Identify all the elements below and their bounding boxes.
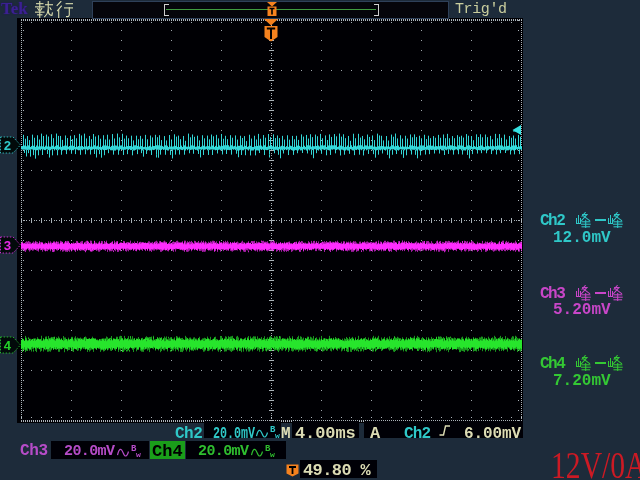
cjk-glyph (576, 285, 591, 301)
overlay-annotation: 12V/0A (551, 443, 640, 480)
trigger-position-icon (286, 464, 299, 477)
measurement-channel: Ch2 (540, 212, 564, 230)
run-status-label (35, 1, 75, 19)
ch4-readout-label: Ch4 (152, 442, 183, 461)
ch3-scale-value: 20.0mV (64, 443, 114, 460)
cjk-glyph (35, 1, 53, 18)
ch4-selected-label[interactable]: Ch4 (150, 441, 185, 459)
bandwidth-limit-icon-sub: w (275, 432, 280, 440)
coupling-icons-group: Bw (251, 447, 277, 459)
measurement-value: 7.20mV (553, 372, 611, 390)
coupling-icons-group: Bw (256, 428, 282, 440)
measurement-type-cjk (576, 212, 593, 228)
oscilloscope-screen: Tek Trig'd Ch212.0mVCh35.20mVCh47.20mV C… (0, 0, 640, 480)
cjk-glyph (576, 212, 591, 228)
bandwidth-limit-icon-sub: w (270, 451, 275, 459)
cjk-glyph (55, 1, 73, 18)
ch4-coupling-icons: Bw (251, 446, 277, 464)
measurement-type-dash (595, 292, 606, 294)
measurement-channel: Ch4 (540, 355, 564, 373)
ac-coupling-icon (251, 447, 263, 459)
trigger-type-label: A (370, 424, 380, 443)
measurement-type-cjk (608, 355, 625, 371)
trigger-status-label: Trig'd (455, 1, 507, 18)
trigger-source-label: Ch2 (404, 425, 430, 443)
measurement-type-cjk (576, 285, 593, 301)
trigger-position-value: 49.80 % (303, 461, 370, 480)
trigger-slope-icon-wrap (439, 423, 451, 441)
record-view-bar (92, 1, 449, 19)
bandwidth-limit-icon-sub: w (136, 451, 141, 459)
cjk-glyph (608, 212, 623, 228)
ch4-scale-value: 20.0mV (198, 443, 248, 460)
measurement-type-cjk (608, 285, 625, 301)
measurement-value: 12.0mV (553, 229, 611, 247)
ch3-coupling-icons: Bw (117, 446, 143, 464)
tek-logo: Tek (1, 0, 28, 19)
record-view-left-bracket (164, 4, 169, 16)
ac-coupling-icon (256, 428, 268, 440)
trigger-level-value: 6.00mV (464, 425, 521, 443)
cjk-glyph (608, 285, 623, 301)
timebase-value: 4.00ms (295, 424, 356, 443)
ac-coupling-icon (117, 447, 129, 459)
measurement-type-cjk (608, 212, 625, 228)
record-view-trigger-marker[interactable] (265, 2, 279, 17)
cjk-glyph (576, 355, 591, 371)
cjk-glyph (608, 355, 623, 371)
measurement-type-dash (595, 362, 606, 364)
rising-edge-icon (439, 424, 451, 437)
measurement-type-cjk (576, 355, 593, 371)
record-view-right-bracket (374, 4, 379, 16)
measurement-type-dash (595, 219, 606, 221)
ch3-readout-label: Ch3 (20, 442, 48, 460)
coupling-icons-group: Bw (117, 447, 143, 459)
waveform-display (0, 0, 640, 480)
measurement-value: 5.20mV (553, 301, 611, 319)
